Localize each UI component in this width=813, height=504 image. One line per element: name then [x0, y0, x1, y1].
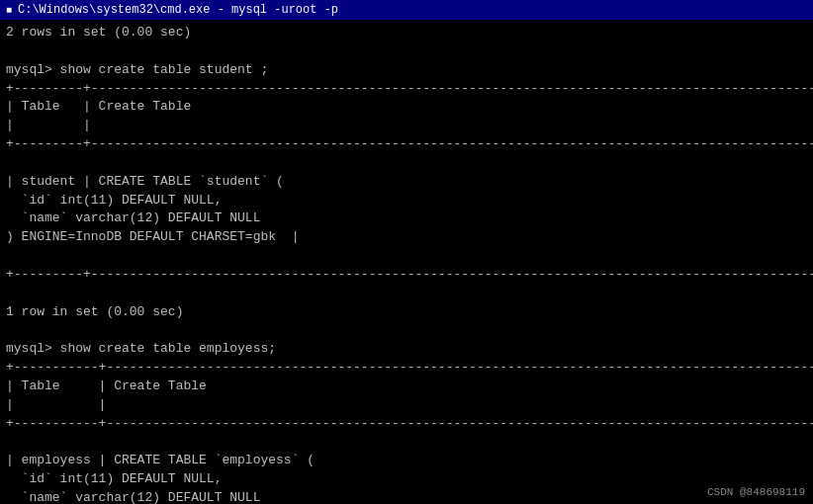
line-1: 2 rows in set (0.00 sec) — [6, 24, 807, 42]
line-sep4: +-----------+---------------------------… — [6, 359, 807, 378]
line-blank5 — [6, 322, 807, 341]
cmd-icon: ■ — [6, 5, 12, 16]
line-rowcount1: 1 row in set (0.00 sec) — [6, 303, 807, 322]
title-bar-label: C:\Windows\system32\cmd.exe - mysql -uro… — [18, 3, 338, 17]
line-blank3 — [6, 247, 807, 266]
line-header2b: | | | — [6, 396, 807, 415]
line-header2: | Table | Create Table | — [6, 378, 807, 396]
line-blank-1 — [6, 42, 807, 61]
line-data5: | employess | CREATE TABLE `employess` ( — [6, 452, 807, 470]
line-header1b: | | | — [6, 117, 807, 135]
line-data7: `name` varchar(12) DEFAULT NULL — [6, 489, 807, 504]
line-blank2 — [6, 154, 807, 173]
line-data1: | student | CREATE TABLE `student` ( — [6, 173, 807, 192]
line-data3: `name` varchar(12) DEFAULT NULL — [6, 210, 807, 228]
line-sep2: +---------+-----------------------------… — [6, 135, 807, 154]
line-blank6 — [6, 434, 807, 453]
line-blank4 — [6, 285, 807, 303]
line-data2: `id` int(11) DEFAULT NULL, — [6, 192, 807, 210]
line-sep3: +---------+-----------------------------… — [6, 266, 807, 285]
line-data6: `id` int(11) DEFAULT NULL, — [6, 470, 807, 489]
line-cmd1: mysql> show create table student ; — [6, 61, 807, 80]
line-data4: ) ENGINE=InnoDB DEFAULT CHARSET=gbk | — [6, 228, 807, 247]
watermark: CSDN @848698119 — [707, 486, 805, 498]
line-cmd2: mysql> show create table employess; — [6, 340, 807, 359]
line-header1: | Table | Create Table | — [6, 98, 807, 117]
line-sep1: +---------+-----------------------------… — [6, 80, 807, 99]
line-sep5: +-----------+---------------------------… — [6, 415, 807, 434]
terminal-body: 2 rows in set (0.00 sec) mysql> show cre… — [0, 20, 813, 504]
title-bar: ■ C:\Windows\system32\cmd.exe - mysql -u… — [0, 0, 813, 20]
